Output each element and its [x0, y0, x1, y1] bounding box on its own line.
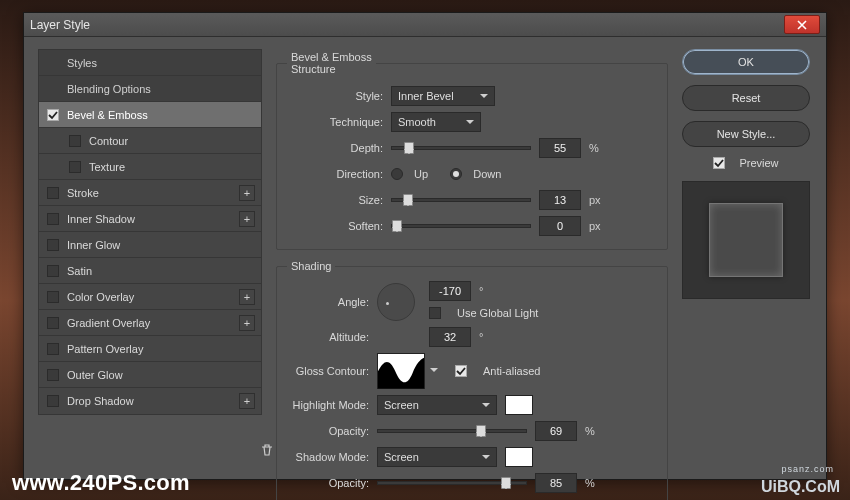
preview-label: Preview: [739, 157, 778, 169]
checkbox[interactable]: [69, 135, 81, 147]
effects-sidebar: Styles Blending Options Bevel & Emboss C…: [38, 49, 262, 469]
soften-unit: px: [589, 220, 609, 232]
sidebar-item-gradient-overlay[interactable]: Gradient Overlay+: [39, 310, 261, 336]
altitude-label: Altitude:: [287, 331, 369, 343]
sidebar-item-blending-options[interactable]: Blending Options: [39, 76, 261, 102]
shadow-opacity-value[interactable]: 85: [535, 473, 577, 493]
reset-button[interactable]: Reset: [682, 85, 810, 111]
add-effect-icon[interactable]: +: [239, 185, 255, 201]
sidebar-label: Inner Shadow: [67, 213, 253, 225]
sidebar-item-drop-shadow[interactable]: Drop Shadow+: [39, 388, 261, 414]
settings-panel: Bevel & EmbossStructure Style:Inner Beve…: [276, 49, 668, 469]
shadow-mode-select[interactable]: Screen: [377, 447, 497, 467]
sidebar-item-styles[interactable]: Styles: [39, 50, 261, 76]
shadow-opacity-slider[interactable]: [377, 481, 527, 485]
subsection-title: Structure: [291, 63, 336, 75]
checkbox[interactable]: [47, 213, 59, 225]
sidebar-item-texture[interactable]: Texture: [39, 154, 261, 180]
soften-value[interactable]: 0: [539, 216, 581, 236]
highlight-mode-label: Highlight Mode:: [287, 399, 369, 411]
sidebar-label: Styles: [67, 57, 253, 69]
close-icon: [797, 20, 807, 30]
close-button[interactable]: [784, 15, 820, 34]
structure-group: Bevel & EmbossStructure Style:Inner Beve…: [276, 51, 668, 250]
altitude-value[interactable]: 32: [429, 327, 471, 347]
sidebar-item-inner-shadow[interactable]: Inner Shadow+: [39, 206, 261, 232]
checkbox[interactable]: [47, 291, 59, 303]
add-effect-icon[interactable]: +: [239, 393, 255, 409]
sidebar-item-contour[interactable]: Contour: [39, 128, 261, 154]
technique-select[interactable]: Smooth: [391, 112, 481, 132]
gloss-contour-label: Gloss Contour:: [287, 365, 369, 377]
direction-up-radio[interactable]: [391, 168, 403, 180]
sidebar-item-color-overlay[interactable]: Color Overlay+: [39, 284, 261, 310]
soften-slider[interactable]: [391, 224, 531, 228]
sidebar-label: Bevel & Emboss: [67, 109, 253, 121]
global-light-checkbox[interactable]: [429, 307, 441, 319]
highlight-color-swatch[interactable]: [505, 395, 533, 415]
direction-label: Direction:: [287, 168, 383, 180]
sidebar-label: Outer Glow: [67, 369, 253, 381]
up-label: Up: [414, 168, 428, 180]
depth-unit: %: [589, 142, 609, 154]
sidebar-item-satin[interactable]: Satin: [39, 258, 261, 284]
sidebar-label: Color Overlay: [67, 291, 253, 303]
highlight-opacity-value[interactable]: 69: [535, 421, 577, 441]
section-title: Bevel & Emboss: [291, 51, 372, 63]
highlight-opacity-slider[interactable]: [377, 429, 527, 433]
style-label: Style:: [287, 90, 383, 102]
size-value[interactable]: 13: [539, 190, 581, 210]
down-label: Down: [473, 168, 501, 180]
preview-checkbox[interactable]: [713, 157, 725, 169]
direction-down-radio[interactable]: [450, 168, 462, 180]
size-slider[interactable]: [391, 198, 531, 202]
shadow-color-swatch[interactable]: [505, 447, 533, 467]
checkbox[interactable]: [47, 187, 59, 199]
ok-button[interactable]: OK: [682, 49, 810, 75]
sidebar-item-pattern-overlay[interactable]: Pattern Overlay: [39, 336, 261, 362]
gloss-contour-picker[interactable]: [377, 353, 425, 389]
watermark-alt: UiBQ.CoM: [761, 478, 840, 496]
global-light-label: Use Global Light: [457, 307, 538, 319]
highlight-mode-select[interactable]: Screen: [377, 395, 497, 415]
trash-icon[interactable]: [260, 443, 274, 459]
checkbox[interactable]: [47, 265, 59, 277]
antialias-checkbox[interactable]: [455, 365, 467, 377]
style-select[interactable]: Inner Bevel: [391, 86, 495, 106]
technique-label: Technique:: [287, 116, 383, 128]
new-style-button[interactable]: New Style...: [682, 121, 810, 147]
checkbox[interactable]: [47, 343, 59, 355]
angle-value[interactable]: -170: [429, 281, 471, 301]
preview-sample: [709, 203, 783, 277]
sidebar-label: Drop Shadow: [67, 395, 253, 407]
sidebar-item-stroke[interactable]: Stroke+: [39, 180, 261, 206]
size-label: Size:: [287, 194, 383, 206]
layer-style-dialog: Layer Style Styles Blending Options Beve…: [23, 12, 827, 480]
checkbox[interactable]: [47, 239, 59, 251]
checkbox[interactable]: [47, 395, 59, 407]
sidebar-label: Texture: [89, 161, 253, 173]
angle-label: Angle:: [287, 296, 369, 308]
add-effect-icon[interactable]: +: [239, 315, 255, 331]
size-unit: px: [589, 194, 609, 206]
depth-value[interactable]: 55: [539, 138, 581, 158]
depth-label: Depth:: [287, 142, 383, 154]
add-effect-icon[interactable]: +: [239, 289, 255, 305]
checkbox[interactable]: [47, 109, 59, 121]
sidebar-item-inner-glow[interactable]: Inner Glow: [39, 232, 261, 258]
sidebar-item-outer-glow[interactable]: Outer Glow: [39, 362, 261, 388]
shading-title: Shading: [287, 260, 335, 272]
checkbox[interactable]: [47, 317, 59, 329]
dialog-title: Layer Style: [30, 18, 784, 32]
sidebar-item-bevel-emboss[interactable]: Bevel & Emboss: [39, 102, 261, 128]
angle-wheel[interactable]: [377, 283, 415, 321]
highlight-opacity-label: Opacity:: [287, 425, 369, 437]
sidebar-label: Inner Glow: [67, 239, 253, 251]
shadow-mode-label: Shadow Mode:: [287, 451, 369, 463]
checkbox[interactable]: [69, 161, 81, 173]
depth-slider[interactable]: [391, 146, 531, 150]
soften-label: Soften:: [287, 220, 383, 232]
add-effect-icon[interactable]: +: [239, 211, 255, 227]
titlebar[interactable]: Layer Style: [24, 13, 826, 37]
checkbox[interactable]: [47, 369, 59, 381]
